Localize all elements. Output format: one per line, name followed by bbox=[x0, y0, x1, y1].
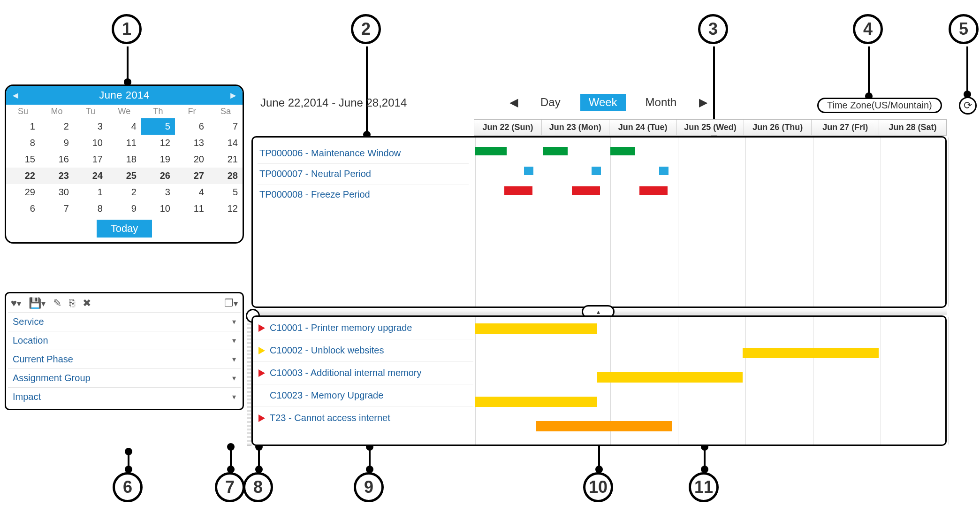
callout-8: 8 bbox=[243, 472, 273, 502]
calendar-cell[interactable]: 11 bbox=[107, 135, 141, 151]
chevron-down-icon: ▾ bbox=[232, 374, 236, 383]
prev-month-icon[interactable]: ◄ bbox=[11, 90, 20, 101]
calendar-cell[interactable]: 7 bbox=[40, 200, 74, 217]
calendar-cell[interactable]: 1 bbox=[6, 118, 40, 135]
period-bar[interactable] bbox=[592, 167, 601, 175]
calendar-cell[interactable]: 8 bbox=[74, 200, 107, 217]
calendar-cell[interactable]: 7 bbox=[209, 118, 243, 135]
period-item[interactable]: TP000006 - Maintenance Window bbox=[258, 143, 469, 163]
calendar-cell[interactable]: 6 bbox=[175, 118, 209, 135]
period-bar[interactable] bbox=[504, 186, 532, 195]
filter-item[interactable]: Assignment Group▾ bbox=[8, 368, 241, 387]
record-label: C10023 - Memory Upgrade bbox=[270, 390, 383, 401]
record-bar[interactable] bbox=[743, 348, 879, 358]
period-bar[interactable] bbox=[524, 167, 533, 175]
timeline-column: Jun 25 (Wed) bbox=[677, 120, 744, 135]
calendar-cell[interactable]: 13 bbox=[175, 135, 209, 151]
period-bar[interactable] bbox=[610, 147, 635, 155]
calendar-cell[interactable]: 17 bbox=[74, 151, 107, 168]
calendar-cell[interactable]: 9 bbox=[107, 200, 141, 217]
calendar-cell[interactable]: 30 bbox=[40, 184, 74, 200]
calendar-dow: Su bbox=[6, 105, 40, 118]
period-bar[interactable] bbox=[659, 167, 669, 175]
period-item[interactable]: TP000008 - Freeze Period bbox=[258, 184, 469, 205]
favorite-icon[interactable]: ♥▾ bbox=[11, 297, 21, 309]
filter-list: Service▾Location▾Current Phase▾Assignmen… bbox=[8, 312, 241, 406]
calendar-cell[interactable]: 4 bbox=[107, 118, 141, 135]
calendar-cell[interactable]: 25 bbox=[107, 168, 141, 184]
calendar-cell[interactable]: 24 bbox=[74, 168, 107, 184]
record-bar[interactable] bbox=[597, 372, 743, 383]
period-bar[interactable] bbox=[639, 186, 668, 195]
calendar-cell[interactable]: 12 bbox=[141, 135, 175, 151]
filter-item[interactable]: Service▾ bbox=[8, 312, 241, 331]
period-item[interactable]: TP000007 - Neutral Period bbox=[258, 163, 469, 184]
next-month-icon[interactable]: ► bbox=[228, 90, 238, 101]
period-bar[interactable] bbox=[572, 186, 600, 195]
filter-item[interactable]: Current Phase▾ bbox=[8, 350, 241, 368]
calendar-cell[interactable]: 9 bbox=[40, 135, 74, 151]
export-icon[interactable]: ⎘ bbox=[69, 297, 75, 309]
calendar-cell[interactable]: 14 bbox=[209, 135, 243, 151]
period-bar[interactable] bbox=[475, 147, 507, 155]
calendar-cell[interactable]: 27 bbox=[175, 168, 209, 184]
record-item[interactable]: C10003 - Additional internal memory bbox=[253, 361, 473, 384]
calendar-cell[interactable]: 21 bbox=[209, 151, 243, 168]
collapsed-left-strip[interactable] bbox=[247, 315, 251, 446]
calendar-cell[interactable]: 23 bbox=[40, 168, 74, 184]
calendar-cell[interactable]: 11 bbox=[175, 200, 209, 217]
calendar-cell[interactable]: 3 bbox=[74, 118, 107, 135]
calendar-cell[interactable]: 5 bbox=[209, 184, 243, 200]
record-item[interactable]: T23 - Cannot access internet bbox=[253, 406, 473, 429]
calendar-cell[interactable]: 12 bbox=[209, 200, 243, 217]
refresh-icon[interactable]: ⟳ bbox=[959, 97, 977, 115]
calendar-cell[interactable]: 20 bbox=[175, 151, 209, 168]
calendar-cell[interactable]: 8 bbox=[6, 135, 40, 151]
timeline-top[interactable] bbox=[475, 138, 945, 307]
calendar-cell[interactable]: 16 bbox=[40, 151, 74, 168]
calendar-cell[interactable]: 18 bbox=[107, 151, 141, 168]
edit-icon[interactable]: ✎ bbox=[53, 297, 61, 309]
record-bar[interactable] bbox=[475, 397, 597, 407]
time-zone-selector[interactable]: Time Zone(US/Mountain) bbox=[817, 98, 942, 113]
calendar-cell[interactable]: 6 bbox=[6, 200, 40, 217]
record-item[interactable]: C10023 - Memory Upgrade bbox=[253, 384, 473, 406]
record-bar[interactable] bbox=[475, 323, 597, 334]
save-icon[interactable]: 💾▾ bbox=[29, 297, 46, 309]
record-item[interactable]: C10001 - Printer memory upgrade bbox=[253, 317, 473, 339]
calendar-cell[interactable]: 22 bbox=[6, 168, 40, 184]
record-item[interactable]: C10002 - Unblock websites bbox=[253, 339, 473, 361]
calendar-cell[interactable]: 15 bbox=[6, 151, 40, 168]
calendar-cell[interactable]: 19 bbox=[141, 151, 175, 168]
calendar-cell[interactable]: 5 bbox=[141, 118, 175, 135]
calendar-cell[interactable]: 10 bbox=[141, 200, 175, 217]
period-bar[interactable] bbox=[543, 147, 568, 155]
filter-item[interactable]: Impact▾ bbox=[8, 387, 241, 406]
calendar-cell[interactable]: 2 bbox=[40, 118, 74, 135]
delete-icon[interactable]: ✖ bbox=[83, 297, 91, 309]
timeline-column: Jun 28 (Sat) bbox=[879, 120, 946, 135]
timeline-bottom[interactable] bbox=[475, 317, 945, 445]
calendar-grid[interactable]: SuMoTuWeThFrSa 1234567891011121314151617… bbox=[6, 105, 243, 217]
pages-icon[interactable]: ❐▾ bbox=[224, 297, 238, 309]
calendar-cell[interactable]: 1 bbox=[74, 184, 107, 200]
calendar-cell[interactable]: 2 bbox=[107, 184, 141, 200]
view-week[interactable]: Week bbox=[580, 94, 626, 111]
flag-icon bbox=[258, 324, 265, 332]
record-bar[interactable] bbox=[536, 421, 672, 431]
view-day[interactable]: Day bbox=[532, 94, 569, 111]
callout-6: 6 bbox=[113, 472, 143, 502]
filter-item[interactable]: Location▾ bbox=[8, 331, 241, 350]
calendar-cell[interactable]: 29 bbox=[6, 184, 40, 200]
calendar-cell[interactable]: 3 bbox=[141, 184, 175, 200]
calendar-dow: Mo bbox=[40, 105, 74, 118]
prev-range-icon[interactable]: ◀ bbox=[507, 96, 521, 109]
view-month[interactable]: Month bbox=[637, 94, 685, 111]
next-range-icon[interactable]: ▶ bbox=[696, 96, 710, 109]
calendar-cell[interactable]: 28 bbox=[209, 168, 243, 184]
calendar-cell[interactable]: 10 bbox=[74, 135, 107, 151]
calendar-cell[interactable]: 26 bbox=[141, 168, 175, 184]
today-button[interactable]: Today bbox=[97, 220, 152, 238]
calendar-dow: We bbox=[107, 105, 141, 118]
calendar-cell[interactable]: 4 bbox=[175, 184, 209, 200]
